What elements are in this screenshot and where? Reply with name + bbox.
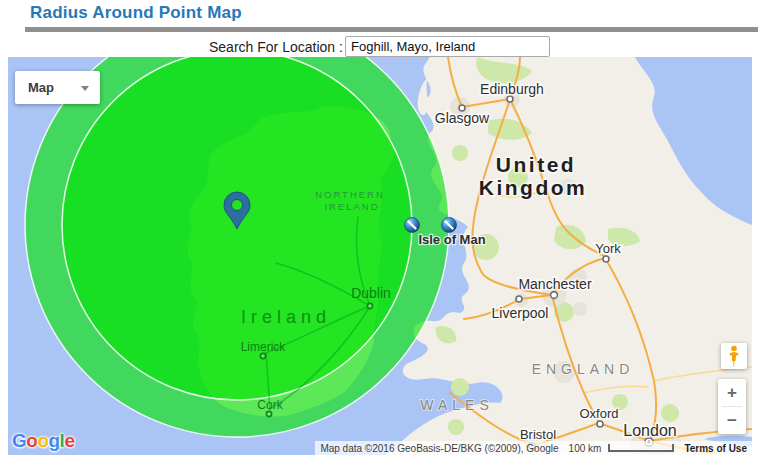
label-ireland: Ireland: [241, 307, 331, 327]
label-london: London: [623, 422, 676, 439]
radius-resize-handle-inner-icon[interactable]: [405, 218, 420, 233]
label-bristol: Bristol: [520, 427, 556, 442]
terms-of-use-link[interactable]: Terms of Use: [679, 441, 752, 455]
label-kingdom: Kingdom: [479, 176, 587, 199]
label-england: ENGLAND: [532, 361, 635, 377]
map-footer-bar: Map data ©2016 GeoBasis-DE/BKG (©2009), …: [315, 441, 752, 455]
title-divider: [25, 27, 758, 32]
map-type-dropdown[interactable]: Map: [15, 71, 100, 104]
label-edinburgh: Edinburgh: [480, 81, 544, 97]
google-logo-letter: o: [37, 430, 48, 451]
zoom-in-button[interactable]: +: [718, 379, 746, 406]
label-northern-ireland: IRELAND: [324, 201, 379, 212]
label-cork: Cork: [257, 398, 283, 412]
radius-map-page: Radius Around Point Map Search For Locat…: [0, 0, 759, 463]
label-glasgow: Glasgow: [435, 110, 490, 126]
search-label: Search For Location :: [209, 39, 343, 55]
google-logo-letter: e: [64, 430, 74, 451]
pegman-icon: [726, 345, 742, 367]
google-logo-letter: g: [49, 430, 60, 451]
google-logo-letter: G: [12, 430, 26, 451]
map-type-label: Map: [28, 80, 54, 95]
google-logo-letter: o: [26, 430, 37, 451]
label-limerick: Limerick: [241, 340, 287, 354]
scale-bar: [608, 444, 674, 452]
chevron-down-icon: [81, 86, 89, 91]
map-canvas: Edinburgh Glasgow United Kingdom York Ma…: [8, 57, 752, 455]
label-united: United: [496, 153, 576, 176]
zoom-out-button[interactable]: −: [718, 407, 746, 434]
label-york: York: [595, 241, 621, 256]
label-oxford: Oxford: [579, 406, 618, 421]
zoom-control: + −: [718, 379, 746, 434]
map-viewport[interactable]: Edinburgh Glasgow United Kingdom York Ma…: [8, 57, 752, 455]
radius-resize-handle-outer-icon[interactable]: [442, 218, 457, 233]
label-isle-of-man: Isle of Man: [418, 232, 485, 247]
label-northern: NORTHERN: [315, 189, 385, 200]
label-dublin: Dublin: [351, 285, 391, 301]
scale-control: 100 km: [564, 441, 680, 455]
label-wales: WALES: [420, 397, 494, 413]
scale-label: 100 km: [569, 443, 602, 454]
map-attribution: Map data ©2016 GeoBasis-DE/BKG (©2009), …: [315, 441, 563, 455]
location-search-input[interactable]: [345, 36, 550, 57]
page-title: Radius Around Point Map: [30, 3, 242, 23]
label-manchester: Manchester: [518, 276, 591, 292]
label-liverpool: Liverpool: [492, 305, 549, 321]
google-logo[interactable]: Google: [12, 430, 74, 452]
pegman-streetview-button[interactable]: [721, 343, 747, 369]
